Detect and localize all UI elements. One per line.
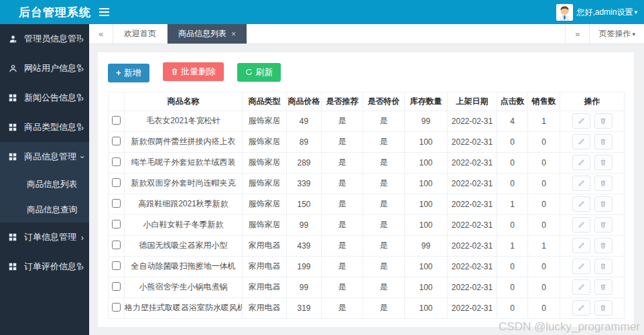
cell-name: 纯羊毛呢子外套短款羊绒西装 (125, 152, 243, 173)
sidebar-group: 网站用户信息管理› (0, 54, 89, 83)
user-icon (9, 64, 17, 73)
cell-name: 格力壁挂式取暖器浴室防水暖风机 (125, 297, 243, 318)
cell-price: 150 (287, 194, 322, 214)
row-actions-cell (560, 297, 625, 318)
col-header-special: 是否特价 (363, 92, 405, 111)
cell-stock: 100 (405, 152, 448, 173)
tab-label: 商品信息列表 (178, 28, 227, 40)
main-area: « 欢迎首页商品信息列表× » 页签操作 ▾ + 新增 (89, 24, 644, 335)
cell-sales: 0 (528, 152, 560, 173)
row-checkbox[interactable] (112, 241, 121, 249)
refresh-button[interactable]: 刷新 (237, 63, 281, 82)
cell-special: 是 (363, 297, 405, 318)
close-icon[interactable]: × (231, 29, 236, 39)
edit-button[interactable] (572, 113, 590, 129)
edit-button[interactable] (572, 134, 590, 149)
tab-actions-label: 页签操作 (598, 28, 631, 40)
edit-button[interactable] (572, 196, 590, 212)
cell-sales: 0 (528, 131, 560, 152)
scroll-tabs-right-icon[interactable]: » (565, 24, 589, 44)
scroll-tabs-left-icon[interactable]: « (89, 24, 113, 44)
table-row: 毛衣女2021冬宽松针服饰家居49是是992022-02-3141 (109, 111, 625, 131)
toolbar: + 新增 批量删除 刷新 (108, 62, 624, 82)
edit-button[interactable] (572, 238, 590, 253)
delete-button[interactable] (594, 300, 613, 316)
edit-button[interactable] (572, 259, 590, 274)
trash-icon (171, 68, 178, 76)
grid-icon (9, 94, 17, 103)
sidebar-item-label: 管理员信息管理 (24, 33, 81, 45)
cell-name: 新款双面穿外套时尚连帽夹克 (125, 173, 243, 194)
chevron-right-icon: › (81, 64, 84, 73)
row-actions-cell (560, 194, 625, 214)
sidebar-group: 商品信息管理›商品信息列表商品信息查询 (0, 142, 89, 222)
delete-button[interactable] (594, 134, 613, 149)
row-checkbox-cell (109, 214, 125, 235)
delete-button[interactable] (594, 217, 613, 232)
row-checkbox[interactable] (112, 220, 121, 228)
row-checkbox[interactable] (112, 157, 121, 166)
sidebar-group: 订单评价信息管理› (0, 252, 89, 281)
cell-sales: 0 (528, 256, 560, 277)
cell-stock: 100 (405, 131, 448, 152)
cell-price: 99 (287, 277, 322, 297)
sidebar-item[interactable]: 订单评价信息管理› (0, 252, 89, 281)
product-table: 商品名称商品类型商品价格是否推荐是否特价库存数量上架日期点击数销售数操作 毛衣女… (108, 92, 625, 319)
tab-actions-dropdown[interactable]: 页签操作 ▾ (589, 24, 644, 44)
tab[interactable]: 欢迎首页 (113, 24, 168, 44)
sidebar-subitem[interactable]: 商品信息列表 (0, 172, 89, 197)
chevron-down-icon: ▾ (634, 9, 637, 15)
cell-price: 89 (287, 131, 322, 152)
col-header-recommend: 是否推荐 (322, 92, 363, 111)
row-checkbox[interactable] (112, 137, 121, 145)
cell-recommend: 是 (322, 297, 363, 318)
row-checkbox[interactable] (112, 282, 121, 291)
user-menu[interactable]: 您好,admin设置 ▾ (556, 4, 644, 21)
row-checkbox[interactable] (112, 303, 121, 312)
sidebar-item[interactable]: 网站用户信息管理› (0, 54, 89, 83)
menu-toggle-icon[interactable] (97, 7, 111, 17)
cell-name: 全自动除菌吸扫拖擦地一体机 (125, 256, 243, 277)
add-button[interactable]: + 新增 (108, 64, 149, 82)
cell-recommend: 是 (322, 235, 363, 256)
table-row: 新款双面穿外套时尚连帽夹克服饰家居339是是1002022-02-3100 (109, 173, 625, 194)
row-checkbox[interactable] (112, 178, 121, 187)
cell-clicks: 0 (497, 277, 528, 297)
edit-button[interactable] (572, 155, 590, 170)
sidebar-item[interactable]: 管理员信息管理› (0, 24, 89, 54)
chevron-down-icon: ▾ (632, 31, 635, 38)
delete-button[interactable] (594, 113, 613, 129)
cell-date: 2022-02-31 (448, 131, 497, 152)
delete-button[interactable] (594, 155, 613, 170)
edit-button[interactable] (572, 300, 590, 316)
delete-button[interactable] (594, 196, 613, 212)
sidebar-item[interactable]: 商品类型信息管理› (0, 113, 89, 142)
edit-button[interactable] (572, 217, 590, 232)
edit-button[interactable] (572, 279, 590, 295)
tab[interactable]: 商品信息列表× (168, 24, 247, 44)
row-actions-cell (560, 131, 625, 152)
row-checkbox[interactable] (112, 199, 121, 208)
refresh-icon (245, 68, 253, 76)
cell-clicks: 1 (497, 235, 528, 256)
delete-button[interactable] (594, 238, 613, 253)
cell-date: 2022-02-31 (448, 173, 497, 194)
sidebar-item[interactable]: 商品信息管理› (0, 142, 89, 172)
delete-button[interactable] (594, 259, 613, 274)
cell-stock: 99 (405, 235, 448, 256)
edit-button[interactable] (572, 176, 590, 191)
cell-price: 289 (287, 152, 322, 173)
batch-delete-button[interactable]: 批量删除 (163, 62, 224, 81)
cell-date: 2022-02-31 (448, 152, 497, 173)
cell-clicks: 0 (497, 214, 528, 235)
sidebar-item[interactable]: 新闻公告信息管理› (0, 83, 89, 113)
row-checkbox[interactable] (112, 116, 121, 125)
sidebar-subitem[interactable]: 商品信息查询 (0, 197, 89, 222)
delete-button[interactable] (594, 279, 613, 295)
table-header-row: 商品名称商品类型商品价格是否推荐是否特价库存数量上架日期点击数销售数操作 (109, 92, 625, 111)
delete-button[interactable] (594, 176, 613, 191)
grid-icon (9, 153, 17, 161)
col-header-sales: 销售数 (528, 92, 560, 111)
row-checkbox[interactable] (112, 261, 121, 270)
sidebar-item[interactable]: 订单信息管理› (0, 222, 89, 252)
